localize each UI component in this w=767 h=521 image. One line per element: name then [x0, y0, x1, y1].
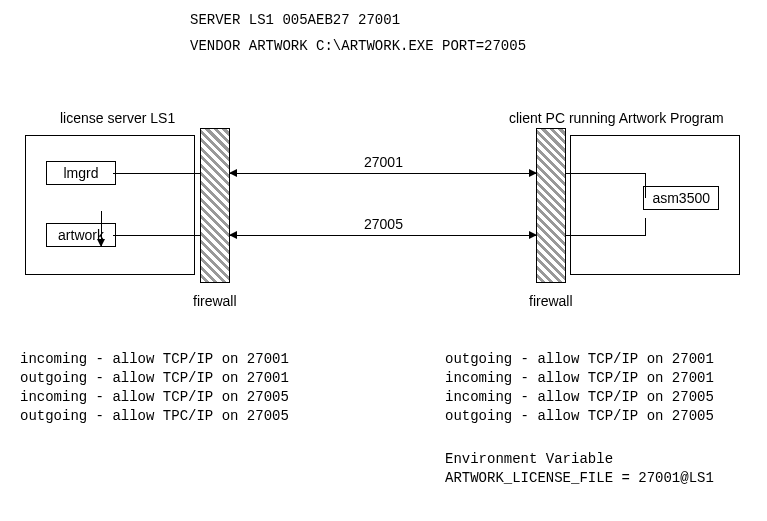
- client-firewall-box: [536, 128, 566, 283]
- client-label: client PC running Artwork Program: [509, 110, 724, 126]
- client-firewall-label: firewall: [529, 293, 573, 309]
- line-artwork-to-firewall: [113, 235, 200, 236]
- network-diagram: license server LS1 client PC running Art…: [0, 110, 767, 320]
- config-line-vendor: VENDOR ARTWORK C:\ARTWORK.EXE PORT=27005: [190, 38, 526, 54]
- environment-variable: Environment Variable ARTWORK_LICENSE_FIL…: [445, 450, 714, 488]
- line-lmgrd-to-firewall: [113, 173, 200, 174]
- line-asm-to-firewall-bottom: [566, 235, 646, 236]
- client-firewall-rules: outgoing - allow TCP/IP on 27001 incomin…: [445, 350, 714, 426]
- server-label: license server LS1: [60, 110, 175, 126]
- asm3500-process-box: asm3500: [643, 186, 719, 210]
- connection-27001-arrow: [230, 173, 536, 174]
- lmgrd-to-artwork-arrow: [101, 211, 102, 246]
- server-firewall-box: [200, 128, 230, 283]
- config-line-server: SERVER LS1 005AEB27 27001: [190, 12, 400, 28]
- line-asm-vertical-bottom: [645, 218, 646, 236]
- line-asm-vertical-top: [645, 173, 646, 198]
- line-asm-to-firewall-top: [566, 173, 646, 174]
- server-firewall-rules: incoming - allow TCP/IP on 27001 outgoin…: [20, 350, 289, 426]
- artwork-process-box: artwork: [46, 223, 116, 247]
- port-label-27001: 27001: [360, 154, 407, 170]
- lmgrd-process-box: lmgrd: [46, 161, 116, 185]
- server-firewall-label: firewall: [193, 293, 237, 309]
- connection-27005-arrow: [230, 235, 536, 236]
- server-box: lmgrd artwork: [25, 135, 195, 275]
- client-box: asm3500: [570, 135, 740, 275]
- port-label-27005: 27005: [360, 216, 407, 232]
